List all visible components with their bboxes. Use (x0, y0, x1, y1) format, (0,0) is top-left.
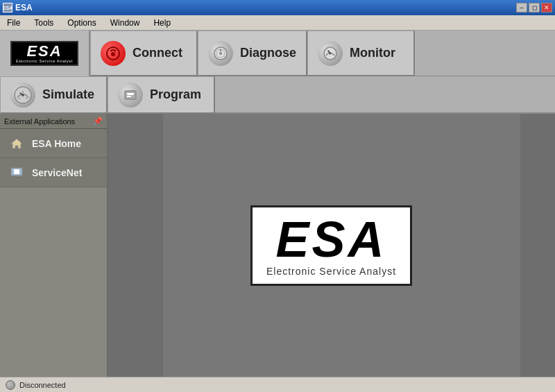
toolbar-row1: ESA Electronic Service Analyst Connect (0, 31, 555, 76)
sidebar-pin-icon[interactable]: 📌 (93, 117, 103, 126)
esa-logo-box: ESA Electronic Service Analyst (10, 41, 78, 66)
esa-home-label: ESA Home (32, 138, 81, 149)
servicenet-icon (8, 164, 25, 181)
minimize-button[interactable]: – (516, 3, 527, 12)
center-esa-text: ESA (275, 214, 386, 264)
titlebar-left: ESA ESA (3, 3, 33, 12)
titlebar: ESA ESA – ◻ ✕ (0, 0, 555, 15)
menu-help[interactable]: Help (146, 17, 178, 29)
menu-tools[interactable]: Tools (27, 17, 60, 29)
program-button[interactable]: Program (108, 76, 215, 114)
center-logo: ESA Electronic Service Analyst (250, 205, 412, 286)
svg-rect-21 (15, 176, 19, 177)
monitor-icon (318, 41, 343, 66)
sidebar-header: External Applications 📌 (0, 114, 107, 129)
diagnose-button[interactable]: Diagnose (198, 31, 307, 76)
svg-rect-16 (127, 93, 134, 95)
svg-point-1 (111, 52, 115, 56)
center-esa-subtext: Electronic Service Analyst (266, 266, 396, 277)
restore-button[interactable]: ◻ (529, 3, 540, 12)
svg-point-14 (22, 94, 24, 96)
simulate-icon (10, 83, 35, 108)
svg-rect-17 (127, 96, 131, 97)
main-area: External Applications 📌 ESA Home Service… (0, 114, 555, 377)
menu-options[interactable]: Options (60, 17, 103, 29)
svg-point-8 (330, 52, 332, 54)
content-right-panel (520, 114, 555, 377)
sidebar-title: External Applications (4, 117, 75, 126)
content-left-panel (108, 114, 163, 377)
servicenet-label: ServiceNet (32, 167, 82, 178)
simulate-button[interactable]: Simulate (0, 76, 108, 114)
status-text: Disconnected (19, 381, 66, 389)
monitor-button[interactable]: Monitor (307, 31, 415, 76)
titlebar-icon: ESA (3, 3, 12, 12)
esa-logo-text: ESA (26, 44, 62, 59)
sidebar-item-servicenet[interactable]: ServiceNet (0, 158, 107, 187)
svg-rect-20 (14, 169, 19, 174)
sidebar: External Applications 📌 ESA Home Service… (0, 114, 108, 377)
menu-window[interactable]: Window (103, 17, 147, 29)
esa-logo-subtext: Electronic Service Analyst (16, 59, 73, 63)
svg-marker-18 (11, 139, 22, 148)
close-button[interactable]: ✕ (541, 3, 552, 12)
statusbar: Disconnected (0, 377, 555, 392)
titlebar-controls: – ◻ ✕ (516, 3, 552, 12)
titlebar-title: ESA (15, 3, 33, 12)
toolbar: ESA Electronic Service Analyst Connect (0, 31, 555, 114)
toolbar-row2: Simulate Program (0, 76, 555, 114)
svg-point-4 (219, 52, 222, 55)
menubar: File Tools Options Window Help (0, 15, 555, 31)
content-area: ESA Electronic Service Analyst (108, 114, 555, 377)
menu-file[interactable]: File (0, 17, 27, 29)
svg-rect-22 (13, 177, 20, 178)
sidebar-item-esa-home[interactable]: ESA Home (0, 129, 107, 158)
home-icon (8, 135, 25, 152)
connect-icon (101, 41, 126, 66)
connect-button[interactable]: Connect (90, 31, 198, 76)
diagnose-icon (208, 41, 233, 66)
program-icon (118, 83, 143, 108)
status-icon (6, 380, 15, 390)
esa-logo[interactable]: ESA Electronic Service Analyst (0, 31, 90, 76)
